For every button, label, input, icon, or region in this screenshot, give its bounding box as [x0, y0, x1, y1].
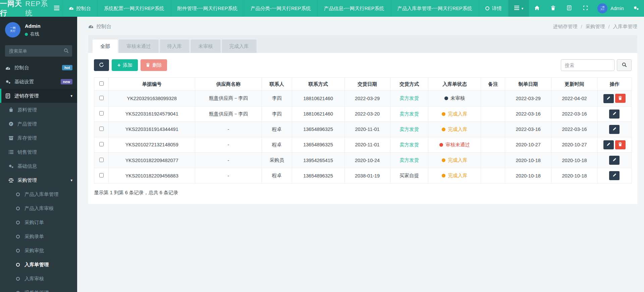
tab-product-inbound[interactable]: 产品入库单管理-一网天行REP系统 — [391, 0, 479, 17]
menu-label: 采购审批 — [24, 247, 44, 254]
sidebar-item-basic-info[interactable]: 基础信息 — [0, 159, 77, 173]
row-checkbox[interactable] — [99, 158, 104, 162]
row-edit-button[interactable] — [609, 125, 620, 134]
trash-icon — [551, 5, 555, 11]
select-all-checkbox[interactable] — [99, 81, 104, 86]
breadcrumb-item[interactable]: 进销存管理 — [553, 23, 578, 30]
row-edit-button[interactable] — [609, 110, 620, 119]
row-checkbox[interactable] — [99, 173, 104, 177]
sidebar-item-purchase-order[interactable]: 采购订单 — [0, 215, 77, 229]
tabs-dropdown-button[interactable]: ▾ — [508, 0, 529, 17]
row-checkbox[interactable] — [99, 111, 104, 116]
row-checkbox[interactable] — [99, 96, 104, 100]
cell-actions — [597, 122, 631, 137]
home-button[interactable] — [529, 0, 545, 17]
table-search-button[interactable] — [617, 59, 632, 71]
filter-tab-inbound-done[interactable]: 完成入库 — [222, 40, 257, 53]
sidebar-item-return-order-mgmt[interactable]: 退货单管理 — [0, 286, 77, 292]
sidebar-user-status: 在线 — [25, 31, 41, 37]
settings-button[interactable] — [628, 0, 644, 17]
cell-remark — [481, 153, 505, 168]
tab-label: 系统配置-一网天行REP系统 — [104, 5, 164, 12]
cell-delivery-method: 买家自提 — [390, 168, 428, 184]
filter-tab-pending-inbound[interactable]: 待入库 — [160, 40, 190, 53]
filter-tab-audit-rejected[interactable]: 审核未通过 — [119, 40, 159, 53]
sidebar-item-inbound-order-mgmt[interactable]: 入库单管理 — [0, 258, 77, 272]
sidebar-item-product-mgmt[interactable]: P 产品管理 — [0, 117, 77, 131]
sidebar-item-purchase-approval[interactable]: 采购审批 — [0, 243, 77, 258]
row-select-cell — [94, 122, 109, 137]
online-dot-icon — [25, 33, 28, 36]
sidebar-item-inbound-audit[interactable]: 入库审核 — [0, 272, 77, 286]
balance-scale-icon — [8, 178, 14, 182]
pencil-icon — [612, 112, 616, 117]
sidebar-item-product-inbound-mgmt[interactable]: 产品入库单管理 — [0, 187, 77, 201]
refresh-button[interactable] — [94, 59, 109, 71]
cogs-icon — [5, 79, 11, 84]
log-button[interactable] — [561, 0, 577, 17]
topbar-actions: ▾ 一网天行 Admin — [508, 0, 644, 17]
delete-button[interactable]: 删除 — [141, 59, 167, 71]
sidebar-item-console[interactable]: 控制台 hot — [0, 61, 77, 75]
sidebar-avatar: 一网天行 — [5, 22, 20, 38]
menu-label: 采购录单 — [24, 233, 44, 240]
sidebar-item-raw-material[interactable]: 原料管理 — [0, 103, 77, 117]
sidebar-item-product-inbound-audit[interactable]: 产品入库审核 — [0, 201, 77, 215]
filter-tab-all[interactable]: 全部 — [93, 40, 118, 53]
tab-product-category[interactable]: 产品分类-一网天行REP系统 — [244, 0, 318, 17]
cell-order-no: YKS2010272132148059 — [109, 137, 195, 153]
cell-delivery-date: 2020-11-01 — [344, 122, 390, 137]
cell-status: 完成入库 — [428, 153, 481, 168]
header-delivery-date: 交货日期 — [344, 78, 390, 91]
fullscreen-button[interactable] — [577, 0, 593, 17]
chevron-down-icon: ▾ — [70, 178, 72, 182]
inbound-orders-table: 单据编号 供应商名称 联系人 联系方式 交货日期 交货方式 入库单状态 备注 制… — [94, 77, 632, 184]
menu-label: 进销存管理 — [14, 93, 39, 99]
table-row: YKS2203161924579041瓶盖供应商－李四李四18810621460… — [94, 106, 632, 122]
circle-icon — [15, 207, 21, 210]
pencil-icon — [612, 158, 616, 163]
table-search-input[interactable] — [561, 59, 614, 71]
brand-logo[interactable]: 一网天行REP系统 — [0, 0, 51, 17]
product-circle-icon: P — [8, 122, 14, 126]
add-button[interactable]: + 添加 — [112, 59, 138, 71]
tab-detail[interactable]: 详情 — [479, 0, 508, 17]
sidebar-item-erp[interactable]: 进销存管理 ▾ — [0, 89, 77, 103]
tab-product-info[interactable]: 产品信息-一网天行REP系统 — [318, 0, 391, 17]
menu-search-input[interactable] — [5, 45, 72, 57]
cell-contact: 李四 — [262, 106, 292, 122]
tab-console[interactable]: 控制台 — [62, 0, 98, 17]
cell-supplier: - — [195, 153, 262, 168]
sidebar-item-basic-settings[interactable]: 基础设置 new — [0, 75, 77, 89]
cell-actions — [597, 137, 631, 153]
cell-create-date: 2020-10-27 — [505, 137, 551, 153]
clear-cache-button[interactable] — [545, 0, 561, 17]
row-delete-button[interactable] — [615, 140, 626, 149]
cogs-icon — [8, 164, 14, 168]
sidebar-item-sales-mgmt[interactable]: 销售管理 — [0, 145, 77, 159]
sidebar-toggle-button[interactable] — [51, 0, 62, 17]
user-menu[interactable]: 一网天行 Admin — [593, 0, 628, 17]
sidebar-item-purchase-mgmt[interactable]: 采购管理 ▾ — [0, 173, 77, 187]
cell-phone: 13954265415 — [292, 153, 344, 168]
row-checkbox[interactable] — [99, 142, 104, 146]
row-edit-button[interactable] — [609, 171, 620, 180]
row-edit-button[interactable] — [609, 156, 620, 165]
sidebar-item-inventory-mgmt[interactable]: 库存管理 — [0, 131, 77, 145]
tab-attachment[interactable]: 附件管理-一网天行REP系统 — [171, 0, 245, 17]
trash-icon — [146, 63, 150, 68]
search-icon[interactable] — [64, 48, 69, 54]
caret-down-icon: ▾ — [522, 6, 524, 11]
tab-system-config[interactable]: 系统配置-一网天行REP系统 — [98, 0, 171, 17]
tab-label: 控制台 — [76, 5, 91, 12]
table-header-row: 单据编号 供应商名称 联系人 联系方式 交货日期 交货方式 入库单状态 备注 制… — [94, 78, 632, 91]
filter-tab-unaudited[interactable]: 未审核 — [191, 40, 221, 53]
row-checkbox[interactable] — [99, 127, 104, 131]
row-edit-button[interactable] — [603, 140, 614, 149]
sidebar-item-purchase-entry[interactable]: 采购录单 — [0, 229, 77, 243]
row-delete-button[interactable] — [615, 94, 626, 103]
cell-status: 完成入库 — [428, 106, 481, 122]
row-edit-button[interactable] — [603, 94, 614, 103]
breadcrumb-item[interactable]: 采购管理 — [585, 23, 605, 30]
cell-create-date: 2022-03-16 — [505, 122, 551, 137]
